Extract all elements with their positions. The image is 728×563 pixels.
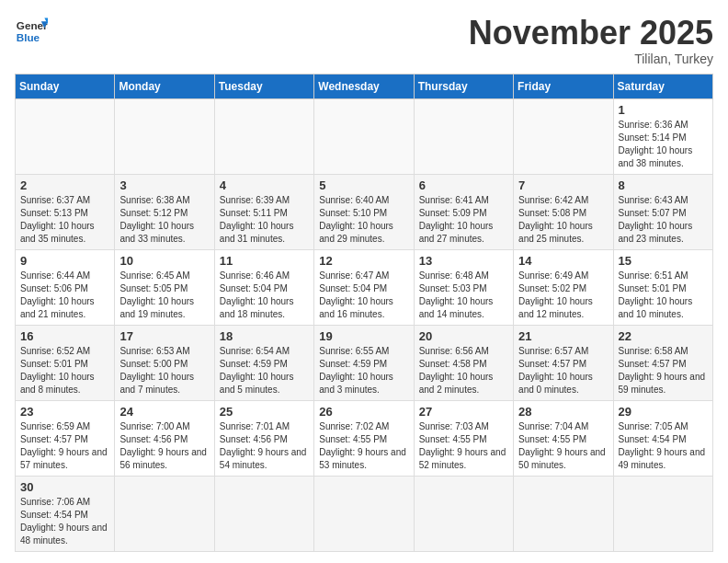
weekday-header-row: SundayMondayTuesdayWednesdayThursdayFrid…	[16, 74, 713, 98]
day-number: 24	[119, 405, 209, 419]
calendar-cell: 15Sunrise: 6:51 AM Sunset: 5:01 PM Dayli…	[613, 249, 712, 325]
day-number: 13	[419, 254, 508, 268]
calendar-cell: 11Sunrise: 6:46 AM Sunset: 5:04 PM Dayli…	[214, 249, 313, 325]
calendar-table: SundayMondayTuesdayWednesdayThursdayFrid…	[15, 74, 713, 552]
calendar-cell: 9Sunrise: 6:44 AM Sunset: 5:06 PM Daylig…	[16, 249, 115, 325]
calendar-cell: 5Sunrise: 6:40 AM Sunset: 5:10 PM Daylig…	[314, 174, 414, 249]
calendar-cell	[115, 98, 214, 174]
weekday-header-friday: Friday	[514, 74, 613, 98]
day-number: 19	[319, 329, 408, 343]
calendar-cell	[613, 476, 712, 551]
calendar-cell	[214, 98, 313, 174]
calendar-cell	[414, 98, 513, 174]
calendar-cell: 8Sunrise: 6:43 AM Sunset: 5:07 PM Daylig…	[613, 174, 712, 249]
day-number: 28	[518, 405, 608, 419]
day-info: Sunrise: 6:53 AM Sunset: 5:00 PM Dayligh…	[119, 345, 209, 396]
day-number: 26	[319, 405, 408, 419]
calendar-cell: 29Sunrise: 7:05 AM Sunset: 4:54 PM Dayli…	[613, 400, 712, 476]
calendar-cell	[115, 476, 214, 551]
weekday-header-sunday: Sunday	[16, 74, 115, 98]
day-number: 30	[20, 480, 109, 494]
day-info: Sunrise: 6:51 AM Sunset: 5:01 PM Dayligh…	[619, 270, 708, 321]
calendar-cell: 18Sunrise: 6:54 AM Sunset: 4:59 PM Dayli…	[214, 325, 313, 400]
location: Tililan, Turkey	[469, 52, 713, 66]
day-info: Sunrise: 6:54 AM Sunset: 4:59 PM Dayligh…	[220, 345, 309, 396]
day-info: Sunrise: 6:44 AM Sunset: 5:06 PM Dayligh…	[20, 270, 109, 321]
day-number: 18	[220, 329, 309, 343]
calendar-cell: 4Sunrise: 6:39 AM Sunset: 5:11 PM Daylig…	[214, 174, 313, 249]
day-info: Sunrise: 6:48 AM Sunset: 5:03 PM Dayligh…	[419, 270, 508, 321]
calendar-cell: 10Sunrise: 6:45 AM Sunset: 5:05 PM Dayli…	[115, 249, 214, 325]
day-info: Sunrise: 6:49 AM Sunset: 5:02 PM Dayligh…	[518, 270, 608, 321]
calendar-cell: 30Sunrise: 7:06 AM Sunset: 4:54 PM Dayli…	[16, 476, 115, 551]
calendar-cell: 2Sunrise: 6:37 AM Sunset: 5:13 PM Daylig…	[16, 174, 115, 249]
title-area: November 2025 Tililan, Turkey	[469, 15, 713, 66]
calendar-cell: 19Sunrise: 6:55 AM Sunset: 4:59 PM Dayli…	[314, 325, 414, 400]
svg-text:General: General	[17, 19, 48, 31]
day-info: Sunrise: 6:41 AM Sunset: 5:09 PM Dayligh…	[419, 194, 508, 246]
day-number: 9	[20, 254, 109, 268]
day-info: Sunrise: 7:02 AM Sunset: 4:55 PM Dayligh…	[319, 420, 408, 472]
calendar-cell	[414, 476, 513, 551]
day-info: Sunrise: 6:38 AM Sunset: 5:12 PM Dayligh…	[119, 194, 209, 246]
day-number: 14	[518, 254, 608, 268]
day-info: Sunrise: 7:06 AM Sunset: 4:54 PM Dayligh…	[20, 496, 109, 547]
calendar-week-row: 2Sunrise: 6:37 AM Sunset: 5:13 PM Daylig…	[16, 174, 713, 249]
calendar-cell: 6Sunrise: 6:41 AM Sunset: 5:09 PM Daylig…	[414, 174, 513, 249]
calendar-week-row: 30Sunrise: 7:06 AM Sunset: 4:54 PM Dayli…	[16, 476, 713, 551]
calendar-cell: 7Sunrise: 6:42 AM Sunset: 5:08 PM Daylig…	[514, 174, 613, 249]
day-number: 12	[319, 254, 408, 268]
page-header: General Blue November 2025 Tililan, Turk…	[15, 15, 713, 66]
day-number: 29	[619, 405, 708, 419]
day-number: 20	[419, 329, 508, 343]
day-info: Sunrise: 6:42 AM Sunset: 5:08 PM Dayligh…	[518, 194, 608, 246]
logo-icon: General Blue	[15, 15, 48, 48]
day-info: Sunrise: 7:01 AM Sunset: 4:56 PM Dayligh…	[220, 420, 309, 472]
day-number: 27	[419, 405, 508, 419]
calendar-cell: 25Sunrise: 7:01 AM Sunset: 4:56 PM Dayli…	[214, 400, 313, 476]
calendar-cell: 3Sunrise: 6:38 AM Sunset: 5:12 PM Daylig…	[115, 174, 214, 249]
day-info: Sunrise: 6:40 AM Sunset: 5:10 PM Dayligh…	[319, 194, 408, 246]
calendar-cell: 14Sunrise: 6:49 AM Sunset: 5:02 PM Dayli…	[514, 249, 613, 325]
day-number: 7	[518, 178, 608, 192]
day-info: Sunrise: 7:00 AM Sunset: 4:56 PM Dayligh…	[119, 420, 209, 472]
weekday-header-saturday: Saturday	[613, 74, 712, 98]
weekday-header-monday: Monday	[115, 74, 214, 98]
day-number: 22	[619, 329, 708, 343]
calendar-cell: 24Sunrise: 7:00 AM Sunset: 4:56 PM Dayli…	[115, 400, 214, 476]
calendar-week-row: 23Sunrise: 6:59 AM Sunset: 4:57 PM Dayli…	[16, 400, 713, 476]
weekday-header-thursday: Thursday	[414, 74, 513, 98]
calendar-week-row: 16Sunrise: 6:52 AM Sunset: 5:01 PM Dayli…	[16, 325, 713, 400]
weekday-header-tuesday: Tuesday	[214, 74, 313, 98]
weekday-header-wednesday: Wednesday	[314, 74, 414, 98]
day-number: 2	[20, 178, 109, 192]
calendar-cell: 26Sunrise: 7:02 AM Sunset: 4:55 PM Dayli…	[314, 400, 414, 476]
svg-text:Blue: Blue	[17, 31, 40, 43]
day-info: Sunrise: 7:04 AM Sunset: 4:55 PM Dayligh…	[518, 420, 608, 472]
calendar-cell: 13Sunrise: 6:48 AM Sunset: 5:03 PM Dayli…	[414, 249, 513, 325]
day-number: 8	[619, 178, 708, 192]
calendar-cell	[214, 476, 313, 551]
calendar-cell: 22Sunrise: 6:58 AM Sunset: 4:57 PM Dayli…	[613, 325, 712, 400]
calendar-week-row: 1Sunrise: 6:36 AM Sunset: 5:14 PM Daylig…	[16, 98, 713, 174]
day-info: Sunrise: 6:47 AM Sunset: 5:04 PM Dayligh…	[319, 270, 408, 321]
calendar-cell: 27Sunrise: 7:03 AM Sunset: 4:55 PM Dayli…	[414, 400, 513, 476]
day-info: Sunrise: 6:58 AM Sunset: 4:57 PM Dayligh…	[619, 345, 708, 396]
calendar-cell: 12Sunrise: 6:47 AM Sunset: 5:04 PM Dayli…	[314, 249, 414, 325]
day-number: 11	[220, 254, 309, 268]
day-number: 6	[419, 178, 508, 192]
day-info: Sunrise: 6:39 AM Sunset: 5:11 PM Dayligh…	[220, 194, 309, 246]
day-info: Sunrise: 6:43 AM Sunset: 5:07 PM Dayligh…	[619, 194, 708, 246]
day-number: 16	[20, 329, 109, 343]
day-info: Sunrise: 6:45 AM Sunset: 5:05 PM Dayligh…	[119, 270, 209, 321]
calendar-cell: 23Sunrise: 6:59 AM Sunset: 4:57 PM Dayli…	[16, 400, 115, 476]
calendar-week-row: 9Sunrise: 6:44 AM Sunset: 5:06 PM Daylig…	[16, 249, 713, 325]
calendar-cell: 17Sunrise: 6:53 AM Sunset: 5:00 PM Dayli…	[115, 325, 214, 400]
day-info: Sunrise: 6:56 AM Sunset: 4:58 PM Dayligh…	[419, 345, 508, 396]
day-number: 3	[119, 178, 209, 192]
day-info: Sunrise: 6:55 AM Sunset: 4:59 PM Dayligh…	[319, 345, 408, 396]
day-info: Sunrise: 6:52 AM Sunset: 5:01 PM Dayligh…	[20, 345, 109, 396]
day-number: 25	[220, 405, 309, 419]
calendar-cell	[314, 98, 414, 174]
calendar-cell	[16, 98, 115, 174]
